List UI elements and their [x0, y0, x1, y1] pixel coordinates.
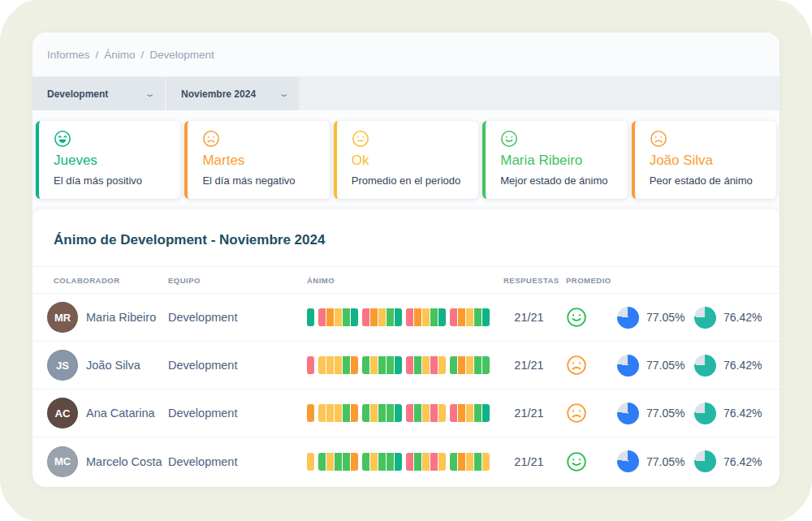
frown-emoji-icon	[202, 130, 314, 148]
mood-group	[307, 308, 314, 326]
smile-emoji-icon	[500, 130, 612, 148]
mood-segment	[438, 453, 446, 471]
pie-chart-secondary	[694, 403, 716, 424]
promedio-emoji-cell	[566, 403, 617, 424]
pie-chart-secondary	[694, 450, 716, 472]
mood-table-card: Ánimo de Development - Noviembre 2024 CO…	[32, 209, 780, 487]
frown-emoji-icon	[650, 130, 762, 148]
mood-emoji-icon	[566, 355, 617, 376]
breadcrumb-item-animo[interactable]: Ánimo	[104, 49, 135, 61]
mood-segment	[395, 453, 402, 471]
mood-segment	[335, 453, 342, 471]
responses-count: 21/21	[503, 359, 566, 372]
mood-segment	[370, 356, 378, 374]
summary-card-most-negative-day: Martes El día más negativo	[184, 121, 329, 199]
secondary-percentage-value: 76.42%	[723, 311, 762, 324]
mood-segment	[474, 404, 482, 422]
mood-segment	[326, 308, 334, 326]
mood-segment	[422, 404, 430, 422]
mood-group	[406, 453, 446, 471]
mood-segment	[395, 356, 402, 374]
team-filter-dropdown[interactable]: Development ⌄	[32, 77, 165, 110]
mood-segment	[326, 404, 334, 422]
filter-bar: Development ⌄ Noviembre 2024 ⌄	[32, 77, 780, 110]
mood-segment	[482, 404, 490, 422]
mood-group	[362, 308, 402, 326]
mood-segment	[351, 453, 358, 471]
mood-group	[450, 356, 490, 374]
mood-group	[450, 308, 490, 326]
mood-segment	[387, 404, 394, 422]
breadcrumb-separator: /	[96, 49, 99, 61]
mood-segment	[450, 404, 457, 422]
mood-segment	[466, 308, 473, 326]
mood-group	[307, 356, 314, 374]
mood-segment	[387, 308, 394, 326]
mood-segment	[422, 453, 430, 471]
mood-segment	[318, 356, 326, 374]
primary-percentage-value: 77.05%	[646, 359, 685, 372]
avatar: AC	[47, 398, 78, 428]
breadcrumb-item-development[interactable]: Development	[149, 49, 214, 61]
mood-segment	[378, 356, 386, 374]
mood-segment	[466, 453, 473, 471]
collaborator-name: Ana Catarina	[86, 407, 155, 420]
mood-segment	[450, 453, 457, 471]
mood-segment	[387, 453, 394, 471]
avatar: MR	[47, 302, 78, 333]
column-header-respuestas: RESPUESTAS	[503, 276, 566, 285]
summary-card-subtitle: Mejor estado de ánimo	[500, 174, 612, 187]
month-filter-dropdown[interactable]: Noviembre 2024 ⌄	[166, 77, 299, 110]
mood-segment	[458, 453, 465, 471]
summary-cards-row: Jueves El día más positivo Martes El día…	[32, 110, 780, 209]
mood-segment	[370, 404, 378, 422]
summary-card-subtitle: Promedio en el periodo	[352, 174, 464, 187]
mood-group	[362, 404, 402, 422]
mood-segment	[378, 404, 386, 422]
page-background: Informes / Ánimo / Development Developme…	[0, 0, 812, 521]
mood-segment	[326, 453, 334, 471]
grin-emoji-icon	[54, 130, 166, 148]
table-header-row: COLABORADOR EQUIPO ÁNIMO RESPUESTAS PROM…	[32, 266, 780, 294]
mood-emoji-icon	[566, 307, 617, 328]
secondary-percentage-value: 76.42%	[723, 407, 762, 420]
mood-segment	[335, 404, 342, 422]
table-row[interactable]: MC Marcelo Costa Development 21/21 77.05…	[32, 437, 780, 485]
mood-segment	[318, 453, 326, 471]
summary-card-title: Ok	[352, 153, 464, 169]
mood-segment	[458, 356, 465, 374]
team-name: Development	[168, 359, 307, 372]
mood-group	[406, 308, 446, 326]
mood-segment	[370, 453, 378, 471]
primary-percentage-value: 77.05%	[646, 407, 685, 420]
mood-segment	[343, 404, 350, 422]
main-panel: Informes / Ánimo / Development Developme…	[32, 32, 780, 487]
mood-segment	[318, 404, 326, 422]
mood-emoji-icon	[566, 403, 617, 424]
mood-bars	[307, 356, 503, 374]
mood-segment	[414, 308, 421, 326]
pie-chart-primary	[617, 307, 639, 329]
collaborator-cell: AC Ana Catarina	[47, 398, 168, 428]
mood-segment	[466, 356, 473, 374]
secondary-percentage-cell: 76.42%	[694, 403, 765, 424]
team-name: Development	[168, 311, 307, 324]
table-title: Ánimo de Development - Noviembre 2024	[32, 209, 780, 266]
mood-segment	[482, 453, 490, 471]
secondary-percentage-cell: 76.42%	[694, 307, 765, 329]
mood-segment	[362, 404, 369, 422]
month-filter-value: Noviembre 2024	[181, 88, 256, 100]
summary-card-title: Jueves	[54, 153, 166, 169]
breadcrumb-item-informes[interactable]: Informes	[47, 49, 90, 61]
mood-group	[362, 453, 402, 471]
table-row[interactable]: JS João Silva Development 21/21 77.05% 7…	[32, 342, 780, 390]
primary-percentage-value: 77.05%	[646, 455, 685, 468]
table-row[interactable]: MR Maria Ribeiro Development 21/21 77.05…	[32, 294, 780, 342]
mood-segment	[474, 356, 482, 374]
table-row[interactable]: AC Ana Catarina Development 21/21 77.05%…	[32, 390, 780, 437]
mood-segment	[414, 453, 421, 471]
mood-segment	[482, 308, 490, 326]
mood-group	[307, 453, 314, 471]
team-name: Development	[168, 407, 307, 420]
mood-segment	[438, 308, 446, 326]
